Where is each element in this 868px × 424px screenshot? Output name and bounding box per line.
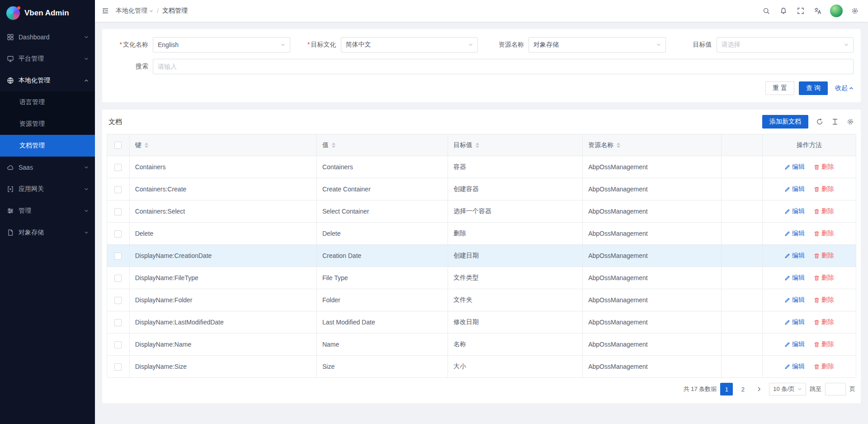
settings-icon[interactable] (846, 0, 863, 22)
row-checkbox[interactable] (114, 186, 122, 193)
row-checkbox[interactable] (114, 297, 122, 304)
edit-button[interactable]: 编辑 (784, 296, 805, 304)
select-all-checkbox[interactable] (114, 142, 122, 149)
chevron-down-icon (84, 187, 89, 191)
cell-value: Select Container (316, 200, 448, 223)
edit-button[interactable]: 编辑 (784, 163, 805, 171)
search-input[interactable] (153, 59, 854, 74)
app-logo[interactable]: Vben Admin (0, 0, 95, 26)
sidebar-item-resource-management[interactable]: 资源管理 (0, 113, 95, 135)
cell-value: File Type (316, 267, 448, 289)
sort-icon[interactable] (145, 143, 148, 148)
pencil-icon (784, 253, 790, 259)
edit-button[interactable]: 编辑 (784, 340, 805, 348)
next-page-button[interactable] (753, 383, 765, 395)
row-checkbox[interactable] (114, 319, 122, 326)
add-document-button[interactable]: 添加新文档 (762, 115, 808, 129)
row-checkbox[interactable] (114, 275, 122, 282)
edit-button[interactable]: 编辑 (784, 274, 805, 282)
row-height-icon[interactable] (831, 118, 839, 126)
delete-button[interactable]: 删除 (814, 340, 834, 348)
column-settings-icon[interactable] (846, 118, 854, 126)
column-header-value[interactable]: 值 (316, 134, 448, 156)
delete-button[interactable]: 删除 (814, 274, 834, 282)
delete-button[interactable]: 删除 (814, 207, 834, 215)
reset-button[interactable]: 重 置 (765, 81, 794, 95)
collapse-toggle[interactable]: 收起 (835, 84, 854, 92)
edit-button[interactable]: 编辑 (784, 252, 805, 260)
cell-resource-name: AbpOssManagement (583, 333, 722, 356)
cell-target-value: 创建日期 (448, 245, 582, 267)
table-row[interactable]: DisplayName:FileType File Type 文件类型 AbpO… (107, 267, 856, 289)
delete-button[interactable]: 删除 (814, 362, 834, 371)
sidebar-item-language-management[interactable]: 语言管理 (0, 91, 95, 113)
row-checkbox[interactable] (114, 341, 122, 348)
page-2-button[interactable]: 2 (736, 383, 749, 395)
table-row[interactable]: Delete Delete 删除 AbpOssManagement 编辑 删除 (107, 223, 856, 245)
table-row[interactable]: Containers Containers 容器 AbpOssManagemen… (107, 156, 856, 178)
delete-button[interactable]: 删除 (814, 252, 834, 260)
refresh-icon[interactable] (816, 118, 824, 126)
cell-actions: 编辑 删除 (762, 245, 856, 267)
chevron-down-icon (281, 43, 285, 47)
edit-button[interactable]: 编辑 (784, 207, 805, 215)
sidebar-item-saas[interactable]: Saas (0, 157, 95, 178)
delete-button[interactable]: 删除 (814, 229, 834, 238)
table-row[interactable]: DisplayName:Name Name 名称 AbpOssManagemen… (107, 333, 856, 356)
table-row[interactable]: DisplayName:CreationDate Creation Date 创… (107, 245, 856, 267)
row-checkbox[interactable] (114, 208, 122, 215)
page-size-select[interactable]: 10 条/页 (769, 383, 806, 395)
cell-resource-name: AbpOssManagement (583, 223, 722, 245)
sidebar-item-gateway[interactable]: 应用网关 (0, 178, 95, 200)
table-row[interactable]: Containers:Select Select Container 选择一个容… (107, 200, 856, 223)
target-value-select[interactable]: 请选择 (717, 37, 854, 52)
sidebar-item-object-storage[interactable]: 对象存储 (0, 222, 95, 243)
jump-page-input[interactable] (825, 383, 846, 395)
translate-icon[interactable] (809, 0, 826, 22)
query-button[interactable]: 查 询 (799, 81, 828, 95)
table-row[interactable]: DisplayName:LastModifiedDate Last Modifi… (107, 311, 856, 333)
sort-icon[interactable] (617, 143, 620, 148)
fullscreen-icon[interactable] (792, 0, 809, 22)
sidebar-item-dashboard[interactable]: Dashboard (0, 26, 95, 48)
delete-label: 删除 (821, 207, 834, 215)
sidebar-item-platform[interactable]: 平台管理 (0, 48, 95, 70)
row-checkbox[interactable] (114, 363, 122, 371)
delete-button[interactable]: 删除 (814, 296, 834, 304)
column-header-target-value[interactable]: 目标值 (448, 134, 582, 156)
row-checkbox[interactable] (114, 230, 122, 238)
column-header-key[interactable]: 键 (129, 134, 316, 156)
culture-name-select[interactable]: English (153, 37, 290, 52)
delete-button[interactable]: 删除 (814, 163, 834, 171)
bell-icon[interactable] (775, 0, 792, 22)
trash-icon (814, 342, 820, 348)
menu-fold-icon[interactable] (95, 0, 116, 22)
table-row[interactable]: DisplayName:Size Size 大小 AbpOssManagemen… (107, 356, 856, 378)
breadcrumb-parent[interactable]: 本地化管理 (116, 7, 153, 15)
edit-button[interactable]: 编辑 (784, 318, 805, 326)
sort-icon[interactable] (476, 143, 479, 148)
edit-button[interactable]: 编辑 (784, 229, 805, 238)
table-row[interactable]: DisplayName:Folder Folder 文件夹 AbpOssMana… (107, 289, 856, 311)
delete-button[interactable]: 删除 (814, 318, 834, 326)
column-header-resource-name[interactable]: 资源名称 (583, 134, 722, 156)
page-1-button[interactable]: 1 (720, 383, 733, 395)
cell-empty (721, 356, 762, 378)
edit-button[interactable]: 编辑 (784, 185, 805, 193)
resource-name-select[interactable]: 对象存储 (528, 37, 666, 52)
sort-icon[interactable] (332, 143, 335, 148)
sidebar-item-management[interactable]: 管理 (0, 200, 95, 222)
delete-button[interactable]: 删除 (814, 185, 834, 193)
filter-panel: *文化名称 English *目标文化 简体中文 (102, 29, 861, 102)
row-checkbox[interactable] (114, 164, 122, 171)
cell-empty (721, 311, 762, 333)
avatar[interactable] (830, 5, 843, 17)
table-row[interactable]: Containers:Create Create Container 创建容器 … (107, 178, 856, 200)
edit-button[interactable]: 编辑 (784, 362, 805, 371)
target-culture-select[interactable]: 简体中文 (341, 37, 478, 52)
sidebar-item-document-management[interactable]: 文档管理 (0, 135, 95, 157)
sidebar-item-localization[interactable]: 本地化管理 (0, 70, 95, 91)
search-icon[interactable] (758, 0, 775, 22)
breadcrumb-parent-label: 本地化管理 (116, 7, 147, 15)
row-checkbox[interactable] (114, 252, 122, 260)
